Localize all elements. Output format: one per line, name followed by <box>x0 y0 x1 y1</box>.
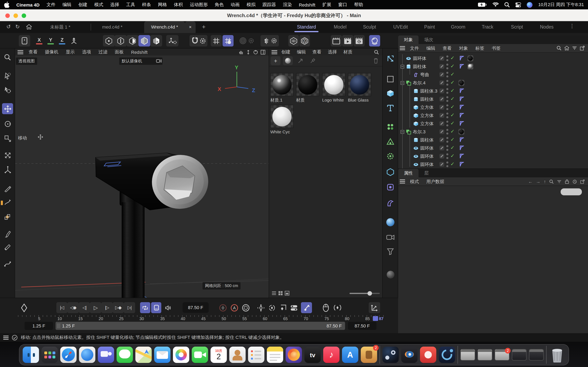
om-filter-icon[interactable] <box>572 46 577 50</box>
object-row[interactable]: 圆环体 ✓ <box>398 144 588 152</box>
selection-settings-tool[interactable] <box>2 84 13 95</box>
attr-lock-icon[interactable] <box>565 179 569 184</box>
grid-view-icon[interactable] <box>278 291 283 296</box>
collapse-icon[interactable] <box>401 65 404 68</box>
material-ball-icon[interactable] <box>385 269 396 280</box>
deformer-icon[interactable] <box>385 198 396 209</box>
battery-charging-icon[interactable] <box>478 2 487 7</box>
falloff-button[interactable] <box>238 35 256 47</box>
menu-render[interactable]: 渲染 <box>283 2 292 8</box>
phong-tag-icon[interactable] <box>459 88 465 94</box>
minimized-window-thumbnail[interactable] <box>512 349 527 360</box>
undo-icon[interactable]: ↺ <box>5 23 12 31</box>
apply-material-icon[interactable] <box>295 56 305 65</box>
menu-spline[interactable]: 样条 <box>142 2 151 8</box>
field-icon[interactable] <box>385 182 396 193</box>
layout-tab-nodes[interactable]: Nodes <box>537 21 557 33</box>
dock-tv-icon[interactable]: tv <box>304 347 321 363</box>
layout-tab-model[interactable]: Model <box>330 21 350 33</box>
object-row[interactable]: 圆环体 ✓ <box>398 54 588 62</box>
loop-playback-button[interactable] <box>140 302 150 313</box>
new-tab-icon[interactable]: + <box>200 23 208 31</box>
rotation-recording-button[interactable] <box>332 302 343 313</box>
points-mode-button[interactable] <box>103 35 115 47</box>
axis-modification-tool[interactable] <box>2 164 13 175</box>
minimized-window-thumbnail[interactable] <box>460 349 475 360</box>
texture-mode-button[interactable] <box>150 35 162 47</box>
menu-tools[interactable]: 工具 <box>126 2 135 8</box>
menu-help[interactable]: 帮助 <box>354 2 363 8</box>
layout-overflow-icon[interactable]: ⋮ <box>568 22 576 30</box>
om-menu-tags[interactable]: 标签 <box>472 45 488 51</box>
timeline-ruler[interactable]: 5 10 15 20 25 30 35 40 45 50 55 60 65 70… <box>18 315 385 321</box>
vp-menu-display[interactable]: 显示 <box>62 49 78 55</box>
prev-frame-button[interactable]: ◁| <box>79 302 90 313</box>
goto-end-button[interactable]: ▷| <box>124 302 135 313</box>
object-row[interactable]: 布尔.4 ✓ <box>398 79 588 87</box>
menu-file[interactable]: 文件 <box>47 2 56 8</box>
object-row[interactable]: 圆柱体.3 ✓ <box>398 87 588 95</box>
attr-history-icon[interactable] <box>572 179 577 184</box>
playhead-marker[interactable] <box>373 316 378 321</box>
vp-menu-filter[interactable]: 过滤 <box>95 49 111 55</box>
edit-toggle[interactable] <box>439 56 444 61</box>
phong-tag-icon[interactable] <box>459 55 465 61</box>
modeling-tool[interactable] <box>2 212 13 223</box>
dock-reminders-icon[interactable] <box>248 347 264 363</box>
phong-tag-icon[interactable] <box>459 64 465 69</box>
dock-messages-icon[interactable] <box>117 347 133 363</box>
layout-tab-groom[interactable]: Groom <box>448 21 468 33</box>
om-menu-file[interactable]: 文件 <box>406 45 423 51</box>
doc-tab-med[interactable]: med.c4d * <box>96 21 129 33</box>
vp-menu-redshift[interactable]: Redshift <box>127 50 151 54</box>
list-view-icon[interactable] <box>272 291 277 296</box>
om-search-icon[interactable] <box>557 46 562 50</box>
coordinate-system-icon[interactable] <box>69 35 79 47</box>
edges-mode-button[interactable] <box>115 35 127 47</box>
om-menu-objects[interactable]: 对象 <box>455 45 472 51</box>
simulation-icon[interactable] <box>385 150 396 162</box>
dock-creative-app-icon[interactable]: 2 <box>361 347 377 363</box>
attr-menu-userdata[interactable]: 用户数据 <box>423 178 448 184</box>
menu-simulate[interactable]: 模拟 <box>247 2 256 8</box>
quantize-grid-button[interactable] <box>223 35 233 47</box>
mat-menu-material[interactable]: 材质 <box>340 49 356 55</box>
om-menu-edit[interactable]: 编辑 <box>423 45 439 51</box>
sketch-tool[interactable] <box>2 197 13 208</box>
menu-mesh[interactable]: 网格 <box>158 2 167 8</box>
slider-handle[interactable] <box>367 291 372 295</box>
object-row[interactable]: 圆柱体 ✓ <box>398 62 588 71</box>
snap-settings-button[interactable] <box>190 35 208 47</box>
material-name[interactable]: Logo White <box>322 98 347 102</box>
mat-menu-view[interactable]: 查看 <box>309 49 325 55</box>
material-name[interactable]: 材质 <box>296 98 320 103</box>
spotlight-search-icon[interactable] <box>504 2 510 7</box>
control-center-icon[interactable] <box>515 2 521 7</box>
render-view-button[interactable] <box>331 35 342 47</box>
live-selection-tool[interactable] <box>2 71 13 82</box>
dock-cinema4d-icon[interactable] <box>439 347 455 363</box>
object-row[interactable]: 立方体 ✓ <box>398 119 588 128</box>
doc-tab-untitled[interactable]: 未标题 1 * <box>41 21 80 33</box>
autokey-selected-button[interactable]: A <box>229 302 240 313</box>
om-menu-bookmarks[interactable]: 书签 <box>488 45 504 51</box>
viewport-layout-icon[interactable] <box>260 50 265 54</box>
key-parameters-button[interactable] <box>289 302 299 313</box>
attr-open-new-icon[interactable] <box>580 179 585 184</box>
dock-teams-icon[interactable] <box>98 347 114 363</box>
object-row[interactable]: 圆柱体 ✓ <box>398 95 588 103</box>
volume-builder-icon[interactable] <box>385 166 396 178</box>
menubar-clock[interactable]: 10月2日 周四 下午8:31 <box>538 2 584 8</box>
transform-commands-icon[interactable] <box>385 53 396 64</box>
next-frame-button[interactable]: |▷ <box>101 302 113 313</box>
phong-tag-icon[interactable] <box>459 96 465 102</box>
material-thumb-black[interactable] <box>296 73 319 96</box>
material-tag-icon[interactable] <box>458 80 464 86</box>
camera-swap-icon[interactable] <box>156 58 162 63</box>
autokey-record-button[interactable] <box>218 302 228 313</box>
transform-tool[interactable] <box>2 150 13 161</box>
pen-tool[interactable] <box>2 183 13 194</box>
material-hamburger-icon[interactable] <box>272 50 277 54</box>
phong-tag-icon[interactable] <box>459 113 465 118</box>
om-open-new-icon[interactable] <box>580 46 585 50</box>
